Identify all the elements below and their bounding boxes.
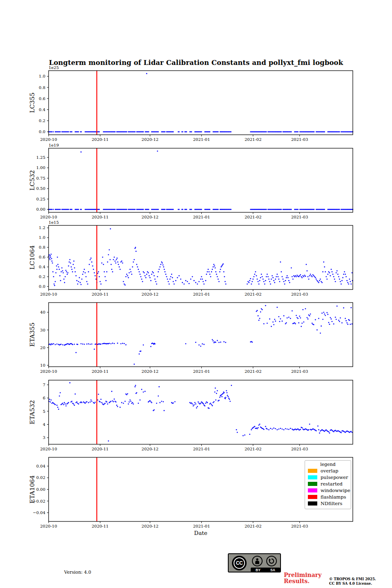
data-point [335, 281, 336, 282]
data-point [296, 315, 297, 316]
x-tick-label: 2021-03 [291, 292, 308, 296]
data-point [77, 344, 78, 345]
data-point [225, 397, 227, 398]
data-point [275, 428, 276, 429]
data-point [154, 278, 156, 280]
legend-swatch-pulsepower [308, 475, 317, 479]
y-tick-label: −0.04 [33, 510, 45, 515]
preliminary-line1: Preliminary [284, 572, 321, 578]
data-point [174, 401, 176, 402]
data-point [266, 131, 267, 132]
data-point [80, 343, 82, 344]
data-point [329, 324, 330, 325]
legend-entry-label: pulsepower [321, 475, 348, 480]
data-point [271, 278, 272, 280]
data-point [191, 209, 192, 210]
data-point [58, 266, 59, 267]
data-point [201, 131, 202, 132]
data-point [192, 403, 193, 405]
x-tick-label: 2021-02 [245, 292, 262, 296]
data-point [291, 131, 292, 132]
badge-by-label: BY [256, 568, 261, 572]
data-point [230, 131, 232, 132]
copyright-line1: © TROPOS & FMI 2025. [329, 577, 376, 581]
x-tick-label: 2020-10 [40, 447, 57, 451]
data-point [278, 278, 279, 280]
data-point [130, 271, 131, 272]
x-tick-label: 2020-10 [40, 292, 57, 296]
data-point [207, 269, 209, 270]
data-point [178, 275, 180, 276]
data-point [344, 271, 345, 272]
data-point [49, 259, 51, 260]
data-point [51, 131, 53, 132]
data-point [332, 274, 334, 275]
data-point [88, 271, 89, 272]
data-point [248, 282, 249, 283]
data-point [218, 209, 219, 210]
data-point [214, 401, 215, 402]
y-tick-label: 0.00 [36, 207, 45, 212]
data-point [95, 402, 96, 403]
data-point [62, 403, 63, 404]
data-point [174, 283, 175, 285]
data-point [310, 274, 311, 275]
data-point [293, 275, 294, 276]
data-point [215, 267, 216, 269]
data-point [49, 399, 50, 400]
data-point [125, 276, 127, 277]
data-point [317, 425, 318, 427]
legend-swatch-restarted [308, 482, 317, 486]
data-point [100, 401, 101, 403]
data-point [304, 275, 305, 276]
data-point [158, 395, 159, 396]
data-point [236, 429, 237, 430]
axes-frame [49, 71, 353, 135]
data-point [129, 272, 130, 274]
data-point [299, 316, 300, 317]
data-point [220, 342, 221, 343]
data-point [228, 398, 229, 399]
data-point [298, 322, 299, 323]
data-point [126, 394, 127, 395]
data-point [155, 281, 156, 282]
data-point [185, 343, 187, 344]
data-point [122, 343, 123, 344]
data-point [113, 401, 114, 402]
data-point [258, 320, 260, 321]
data-point [273, 428, 274, 429]
y-tick-label: 1.0 [39, 235, 45, 240]
data-point [67, 272, 69, 274]
data-point [76, 275, 77, 276]
data-point [202, 278, 203, 280]
data-point [145, 277, 147, 278]
data-point [81, 209, 82, 210]
data-point [144, 272, 145, 274]
data-point [149, 277, 151, 278]
data-point [260, 277, 261, 278]
data-point [211, 404, 212, 405]
data-point [224, 392, 225, 393]
x-tick-label: 2021-01 [193, 369, 210, 374]
data-point [185, 280, 187, 281]
data-point [252, 342, 253, 343]
data-point [105, 280, 107, 281]
data-point [107, 403, 108, 405]
data-point [78, 131, 79, 132]
data-point [351, 283, 352, 285]
data-point [158, 386, 160, 388]
data-point [75, 394, 76, 395]
data-point [112, 400, 113, 401]
data-point [340, 317, 341, 318]
data-point [249, 280, 250, 281]
data-point [65, 276, 66, 277]
data-point [311, 275, 312, 276]
y-tick-label: 1.2 [39, 225, 45, 230]
data-point [120, 407, 121, 408]
data-point [281, 131, 282, 132]
data-point [104, 271, 105, 272]
x-axis-label: Date [49, 530, 353, 536]
x-tick-label: 2020-12 [142, 524, 159, 528]
data-point [98, 394, 99, 395]
data-point [308, 429, 310, 430]
